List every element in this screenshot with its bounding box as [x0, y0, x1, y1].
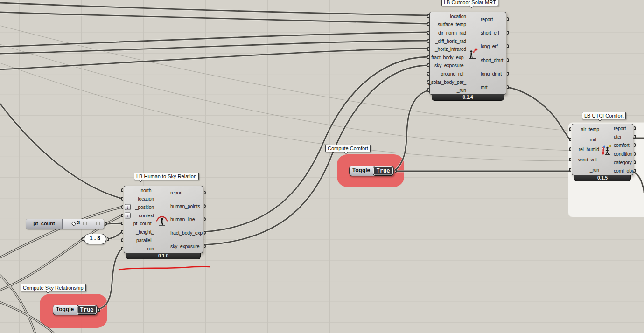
output-grip[interactable]: [507, 17, 510, 21]
input-grip[interactable]: [427, 47, 429, 51]
output-port[interactable]: condition: [611, 150, 633, 158]
input-port[interactable]: _wind_vel_: [572, 154, 601, 165]
input-grip[interactable]: [121, 197, 123, 201]
input-port[interactable]: _location: [430, 12, 468, 21]
input-grip[interactable]: [121, 247, 123, 250]
output-port[interactable]: human_points: [168, 200, 203, 213]
input-port[interactable]: _height_: [124, 228, 156, 236]
component-lb-human-to-sky-relation[interactable]: north_ _location ↓_position ↓_context _p…: [124, 186, 203, 253]
output-grip[interactable]: [507, 31, 510, 35]
output-grip[interactable]: [634, 160, 637, 164]
input-port[interactable]: _horiz_infrared: [430, 45, 468, 53]
flatten-icon[interactable]: ↓: [125, 212, 131, 218]
output-port[interactable]: comfort: [611, 141, 633, 149]
input-grip[interactable]: [569, 168, 571, 172]
output-grip[interactable]: [634, 135, 637, 139]
input-grip[interactable]: [569, 158, 571, 161]
number-capsule[interactable]: 1.8: [84, 234, 106, 244]
input-grip[interactable]: [569, 138, 571, 141]
input-grip[interactable]: [121, 188, 123, 192]
input-port[interactable]: _mrt_: [572, 134, 601, 145]
input-grip[interactable]: [121, 222, 123, 225]
input-port[interactable]: _surface_temp: [430, 21, 468, 29]
slider-track[interactable]: 3: [63, 219, 104, 229]
input-port[interactable]: _ground_ref_: [430, 69, 468, 78]
input-grip[interactable]: [81, 237, 84, 241]
input-grip[interactable]: [121, 238, 123, 242]
input-grip[interactable]: [427, 14, 429, 18]
input-port[interactable]: parallel_: [124, 236, 156, 244]
output-port[interactable]: long_erf: [478, 40, 506, 53]
grasshopper-canvas[interactable]: _location _surface_temp _dir_norm_rad _d…: [0, 0, 644, 333]
output-grip[interactable]: [204, 244, 206, 248]
input-port[interactable]: _air_temp: [572, 124, 601, 134]
input-grip[interactable]: [121, 230, 123, 234]
output-grip[interactable]: [98, 308, 101, 312]
input-grip[interactable]: [427, 88, 429, 92]
output-grip[interactable]: [507, 58, 510, 62]
input-port[interactable]: _rel_humid: [572, 145, 601, 155]
pt-count-slider[interactable]: _pt_count_ 3: [26, 219, 104, 229]
input-grip[interactable]: [569, 147, 571, 151]
input-grip[interactable]: [427, 31, 429, 35]
boolean-toggle-compute-sky[interactable]: Toggle True: [53, 305, 98, 315]
flatten-icon[interactable]: ↓: [125, 204, 131, 210]
component-body[interactable]: _location _surface_temp _dir_norm_rad _d…: [429, 12, 506, 95]
input-port[interactable]: _run: [124, 244, 156, 253]
output-port[interactable]: utci: [611, 132, 633, 141]
input-grip[interactable]: [427, 39, 429, 43]
output-grip[interactable]: [204, 217, 206, 221]
input-port[interactable]: ↓_position: [124, 203, 156, 211]
input-port[interactable]: _dir_norm_rad: [430, 28, 468, 37]
toggle-value[interactable]: True: [77, 305, 97, 315]
input-port[interactable]: ↓_context: [124, 211, 156, 220]
input-grip[interactable]: [427, 22, 429, 26]
output-grip[interactable]: [634, 126, 637, 130]
component-body[interactable]: _air_temp _mrt_ _rel_humid _wind_vel_ _r…: [572, 124, 633, 175]
input-grip[interactable]: [427, 56, 429, 59]
input-port[interactable]: _solar_body_par_: [430, 78, 468, 86]
slider-grip[interactable]: [71, 222, 76, 226]
output-grip[interactable]: [634, 169, 637, 173]
input-grip[interactable]: [121, 205, 123, 209]
output-port[interactable]: long_dmrt: [478, 67, 506, 80]
input-grip[interactable]: [427, 80, 429, 84]
input-grip[interactable]: [427, 63, 429, 67]
group-label-compute-comfort[interactable]: Compute Comfort: [325, 145, 371, 152]
output-grip[interactable]: [634, 152, 637, 156]
output-grip[interactable]: [107, 237, 110, 241]
input-port[interactable]: sky_exposure_: [430, 62, 468, 70]
input-grip[interactable]: [427, 72, 429, 76]
input-grip[interactable]: [121, 214, 123, 217]
output-port[interactable]: fract_body_exp: [168, 226, 203, 240]
output-grip[interactable]: [204, 231, 206, 235]
input-port[interactable]: _location: [124, 194, 156, 203]
input-port[interactable]: fract_body_exp_: [430, 53, 468, 62]
output-port[interactable]: mrt: [478, 81, 506, 94]
input-port[interactable]: _run: [430, 86, 468, 94]
output-port[interactable]: report: [611, 124, 633, 132]
output-grip[interactable]: [395, 169, 397, 173]
component-body[interactable]: north_ _location ↓_position ↓_context _p…: [124, 186, 203, 253]
output-grip[interactable]: [507, 72, 510, 76]
input-port[interactable]: north_: [124, 186, 156, 194]
toggle-value[interactable]: True: [373, 166, 393, 176]
output-grip[interactable]: [507, 44, 510, 48]
input-grip[interactable]: [569, 127, 571, 131]
output-port[interactable]: report: [168, 186, 203, 200]
component-lb-utci-comfort[interactable]: _air_temp _mrt_ _rel_humid _wind_vel_ _r…: [572, 124, 633, 175]
output-grip[interactable]: [204, 191, 206, 194]
output-port[interactable]: category: [611, 158, 633, 166]
output-grip[interactable]: [507, 85, 510, 89]
output-grip[interactable]: [105, 222, 107, 226]
output-port[interactable]: report: [478, 12, 506, 26]
input-port[interactable]: _run: [572, 165, 601, 175]
output-port[interactable]: short_erf: [478, 26, 506, 39]
output-grip[interactable]: [634, 143, 637, 147]
boolean-toggle-compute-comfort[interactable]: Toggle True: [349, 166, 394, 176]
input-port[interactable]: _diff_horiz_rad: [430, 37, 468, 45]
output-port[interactable]: human_line: [168, 213, 203, 226]
group-label-compute-sky[interactable]: Compute Sky Relationship: [21, 284, 86, 291]
input-port[interactable]: _pt_count_: [124, 220, 156, 228]
output-port[interactable]: short_dmrt: [478, 53, 506, 67]
